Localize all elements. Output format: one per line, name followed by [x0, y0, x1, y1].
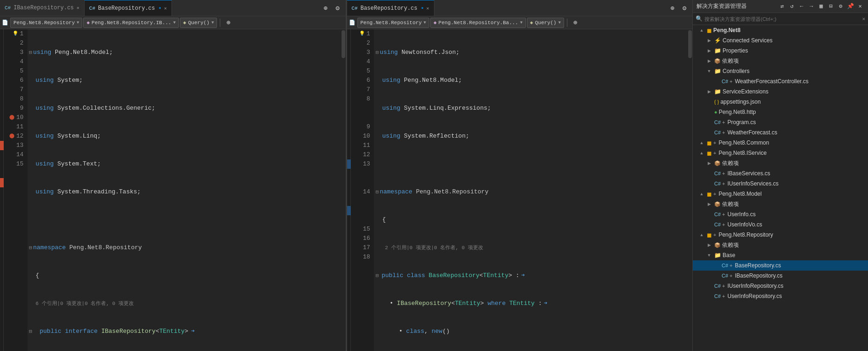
- rln15: 15: [356, 225, 370, 234]
- tab-base-repo-right[interactable]: C# BaseRepository.cs ● ✕: [347, 0, 434, 16]
- tree-repo[interactable]: ▲ ◼ + Peng.Net8.Repository: [693, 230, 868, 240]
- tree-weatherforecast[interactable]: ▶ C# + WeatherForecast.cs: [693, 127, 868, 138]
- add-btn-r[interactable]: ⊕: [570, 18, 580, 28]
- collapse-icon2[interactable]: ⊟: [29, 243, 33, 252]
- se-btn-refresh[interactable]: ↺: [788, 2, 796, 11]
- namespace-dropdown-right[interactable]: Peng.Net8.Repository ▼: [357, 18, 429, 28]
- tree-appsettings[interactable]: ▶ { } appsettings.json: [693, 97, 868, 107]
- tab-ibase-repository[interactable]: C# IBaseRepository.cs ✕: [0, 0, 85, 16]
- ln15: 15: [9, 159, 24, 169]
- collapse-icon[interactable]: ⊟: [29, 48, 33, 57]
- expand-deps-m[interactable]: ▶: [705, 200, 713, 208]
- ln1: 💡1: [9, 29, 24, 39]
- expand-base-f[interactable]: ▼: [705, 252, 713, 259]
- gutter-mark2: [347, 206, 351, 215]
- tree-ibaserepo[interactable]: ▶ C# + IBaseRepository.cs: [693, 271, 868, 281]
- r-collapse-3[interactable]: ⊟: [376, 271, 379, 280]
- class-icon: ◆: [86, 20, 90, 26]
- tab-close-icon[interactable]: ✕: [77, 5, 79, 11]
- plus-icon-ibr: +: [730, 273, 732, 278]
- expand-btn[interactable]: ⊕: [321, 3, 331, 13]
- tab-close-r[interactable]: ✕: [427, 6, 429, 11]
- cs-icon: C#: [5, 5, 11, 11]
- code-line-7: [27, 215, 332, 225]
- tree-userinforrepo[interactable]: ▶ C# + UserInfoRepository.cs: [693, 291, 868, 301]
- expand-uivo: ▶: [705, 221, 713, 228]
- expand-icon[interactable]: ▲: [698, 26, 705, 34]
- tree-peng-net8[interactable]: ▲ ◼ Peng.Net8: [693, 25, 868, 35]
- se-header: 解决方案资源管理器 ⇄ ↺ ← → ▦ ⊟ ⚙ 📌 ✕: [693, 0, 868, 13]
- tree-baserepo-selected[interactable]: ▶ C# + BaseRepository.cs: [693, 260, 868, 271]
- se-btn-pin[interactable]: 📌: [846, 2, 855, 11]
- rln5: 5: [356, 66, 370, 76]
- tree-iservice[interactable]: ▲ ◼ + Peng.Net8.IService: [693, 148, 868, 158]
- tree-deps-is[interactable]: ▶ 📦 依赖项: [693, 158, 868, 168]
- left-scrollbar-thumb: [342, 30, 345, 58]
- tree-deps-1[interactable]: ▶ 📦 依赖项: [693, 56, 868, 66]
- expand-repo[interactable]: ▲: [698, 231, 705, 238]
- expand-ctrl[interactable]: ▼: [705, 67, 713, 75]
- tree-common[interactable]: ▲ ◼ + Peng.Net8.Common: [693, 138, 868, 148]
- se-btn-filter[interactable]: ▦: [817, 2, 825, 11]
- se-search-close[interactable]: ✕: [862, 16, 865, 22]
- tree-ibaseservices[interactable]: ▶ C# + IBaseServices.cs: [693, 168, 868, 179]
- settings-btn-r[interactable]: ⚙: [679, 3, 690, 13]
- ln2: 2: [9, 39, 24, 48]
- se-btn-back[interactable]: ←: [797, 2, 806, 11]
- expand-cs[interactable]: ▶: [705, 37, 713, 44]
- plus-icon-uir: +: [722, 293, 725, 299]
- json-icon: { }: [714, 99, 719, 105]
- tree-iuserinforrepo[interactable]: ▶ C# + IUserInfoRepository.cs: [693, 281, 868, 291]
- tree-deps-r[interactable]: ▶ 📦 依赖项: [693, 240, 868, 250]
- left-scrollbar[interactable]: [341, 29, 346, 351]
- expand-wfc: ▶: [713, 78, 720, 85]
- r-collapse-1[interactable]: ⊟: [376, 48, 379, 57]
- right-scrollbar[interactable]: [688, 29, 692, 351]
- expand-props[interactable]: ▶: [705, 47, 713, 54]
- tree-program[interactable]: ▶ C# + Program.cs: [693, 117, 868, 127]
- rln6: 6: [356, 76, 370, 85]
- expand-btn-r[interactable]: ⊕: [667, 3, 677, 13]
- class-dropdown-right[interactable]: ◆ Peng.Net8.Repository.Ba... ▼: [430, 18, 526, 28]
- expand-deps-is[interactable]: ▶: [705, 159, 713, 167]
- collapse-icon3[interactable]: ⊟: [29, 327, 33, 336]
- se-btn-sync[interactable]: ⇄: [778, 2, 786, 11]
- expand-common[interactable]: ▲: [698, 139, 705, 146]
- class-icon-r: ◆: [434, 20, 437, 26]
- add-btn[interactable]: ⊕: [223, 18, 233, 28]
- tree-base-folder[interactable]: ▼ 📁 Base: [693, 250, 868, 260]
- expand-model[interactable]: ▲: [698, 190, 705, 198]
- se-btn-forward[interactable]: →: [807, 2, 815, 11]
- tree-userinfovo[interactable]: ▶ C# + UserInfoVo.cs: [693, 219, 868, 230]
- ln5: 5: [9, 66, 24, 76]
- tree-properties[interactable]: ▶ 📁 Properties: [693, 46, 868, 56]
- tree-iuserinfoservices[interactable]: ▶ C# + IUserInfoServices.cs: [693, 179, 868, 189]
- r-collapse-2[interactable]: ⊟: [376, 187, 379, 197]
- se-btn-close[interactable]: ✕: [856, 2, 864, 11]
- tree-label-wf: WeatherForecast.cs: [728, 129, 777, 136]
- tree-weatherforecast-ctrl[interactable]: ▶ C# + WeatherForecastController.cs: [693, 76, 868, 86]
- expand-sext[interactable]: ▶: [705, 88, 713, 95]
- hint-line-10: 6 个引用|0 项更改|0 名作者, 0 项更改: [27, 299, 332, 308]
- tree-serviceext[interactable]: ▶ 📁 ServiceExtensions: [693, 86, 868, 97]
- method-dropdown-right[interactable]: ◈ Query() ▼: [527, 18, 564, 28]
- tree-controllers[interactable]: ▼ 📁 Controllers: [693, 66, 868, 76]
- tree-http[interactable]: ▶ ● Peng.Net8.http: [693, 107, 868, 117]
- settings-btn[interactable]: ⚙: [333, 3, 343, 13]
- tree-deps-m[interactable]: ▶ 📦 依赖项: [693, 199, 868, 209]
- expand-deps-r[interactable]: ▶: [705, 241, 713, 249]
- method-dropdown-left[interactable]: ◈ Query() ▼: [180, 18, 217, 28]
- tree-userinfo[interactable]: ▶ C# + UserInfo.cs: [693, 209, 868, 219]
- tab-base-repository[interactable]: C# BaseRepository.cs ● ✕: [85, 0, 172, 16]
- se-btn-props[interactable]: ⚙: [836, 2, 845, 11]
- expand-iservice[interactable]: ▲: [698, 149, 705, 157]
- se-btn-collapse[interactable]: ⊟: [827, 2, 835, 11]
- namespace-dropdown-left[interactable]: Peng.Net8.Repository ▼: [10, 18, 82, 28]
- se-search-input[interactable]: [704, 16, 862, 22]
- tree-model[interactable]: ▲ ◼ + Peng.Net8.Model: [693, 189, 868, 199]
- class-dropdown-left[interactable]: ◆ Peng.Net8.Repository.IB... ▼: [83, 18, 179, 28]
- expand-deps1[interactable]: ▶: [705, 57, 713, 65]
- code-line-1: ⊟using Peng.Net8.Model;: [27, 48, 332, 57]
- tab-close-icon2[interactable]: ✕: [164, 6, 167, 11]
- tree-connected-services[interactable]: ▶ ⚡ Connected Services: [693, 35, 868, 46]
